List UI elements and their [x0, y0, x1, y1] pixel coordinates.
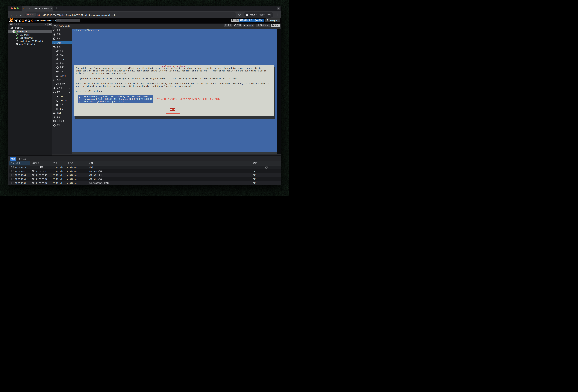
svg-text:?: ?	[272, 24, 273, 26]
